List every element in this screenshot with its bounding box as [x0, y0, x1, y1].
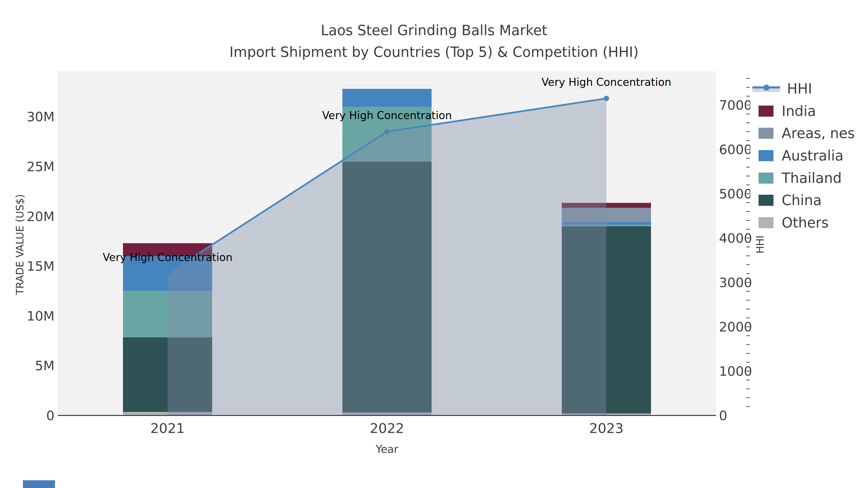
- right-axis-minor-tick: [746, 96, 750, 97]
- right-axis-minor-tick: [746, 105, 750, 105]
- legend-label: Areas, nes: [782, 125, 855, 141]
- legend-swatch-icon: [758, 172, 774, 184]
- right-axis-minor-tick: [746, 220, 750, 221]
- x-tick-2023: 2023: [589, 420, 624, 436]
- right-axis-minor-tick: [746, 113, 750, 114]
- legend-swatch-icon: [758, 105, 774, 117]
- right-axis-minor-tick: [746, 87, 750, 88]
- legend-label: Thailand: [782, 170, 842, 186]
- right-axis-minor-tick: [746, 176, 750, 176]
- y-left-tick-25M: 25M: [27, 159, 55, 174]
- right-axis-minor-tick: [746, 291, 750, 292]
- hhi-point-2022: [384, 129, 390, 134]
- right-axis-minor-tick: [746, 406, 750, 407]
- legend-item-hhi: HHI: [750, 78, 868, 99]
- right-axis-minor-tick: [746, 255, 750, 256]
- right-axis-minor-tick: [746, 362, 750, 363]
- legend-swatch-icon: [758, 217, 774, 228]
- right-axis-minor-tick: [746, 247, 750, 247]
- right-axis-minor-tick: [746, 131, 750, 132]
- right-axis-minor-tick: [746, 300, 750, 300]
- chart-canvas: Very High ConcentrationVery High Concent…: [0, 0, 868, 488]
- right-axis-minor-tick: [746, 380, 750, 380]
- legend-label: HHI: [787, 80, 812, 97]
- right-axis-minor-tick: [746, 167, 750, 167]
- right-axis-minor-tick: [746, 123, 750, 123]
- legend-label: Australia: [782, 148, 844, 164]
- legend-label: China: [782, 192, 822, 208]
- legend-label: India: [782, 103, 816, 119]
- legend-item-areas-nes: Areas, nes: [750, 123, 868, 144]
- right-axis-minor-tick: [746, 353, 750, 354]
- right-axis-minor-tick: [746, 327, 750, 327]
- right-axis-minor-tick: [746, 397, 750, 398]
- legend-item-china: China: [750, 190, 868, 211]
- right-axis-minor-tick: [746, 371, 750, 371]
- chart-figure: Laos Steel Grinding Balls Market Import …: [0, 0, 868, 488]
- y-axis-title-left: TRADE VALUE (US$): [14, 148, 26, 341]
- y-left-tick-20M: 20M: [27, 209, 55, 224]
- x-tick-2021: 2021: [151, 420, 185, 436]
- legend: HHIIndiaAreas, nesAustraliaThailandChina…: [750, 77, 868, 235]
- hhi-point-2021: [165, 271, 170, 276]
- window-edge-accent: [23, 480, 55, 488]
- bar-segment-australia-2022: [342, 89, 432, 107]
- right-axis-minor-tick: [746, 282, 750, 283]
- right-axis-minor-tick: [746, 388, 750, 389]
- y-left-tick-5M: 5M: [35, 358, 55, 373]
- legend-item-thailand: Thailand: [750, 167, 868, 189]
- right-axis-minor-tick: [746, 149, 750, 150]
- right-axis-minor-tick: [746, 140, 750, 141]
- right-axis-minor-tick: [746, 211, 750, 212]
- y-left-tick-10M: 10M: [27, 308, 55, 324]
- right-axis-minor-tick: [746, 185, 750, 185]
- legend-swatch-icon: [758, 150, 774, 161]
- right-axis-minor-tick: [746, 264, 750, 265]
- right-axis-minor-tick: [746, 158, 750, 159]
- right-axis-minor-tick: [746, 229, 750, 230]
- right-axis-minor-tick: [746, 309, 750, 310]
- right-axis-minor-tick: [746, 78, 750, 79]
- right-axis-minor-tick: [746, 273, 750, 274]
- legend-item-others: Others: [750, 212, 868, 233]
- annotation-2023: Very High Concentration: [541, 76, 671, 88]
- right-axis-minor-tick: [746, 318, 750, 318]
- legend-label: Others: [782, 215, 829, 231]
- legend-item-india: India: [750, 100, 868, 122]
- right-axis-minor-tick: [746, 202, 750, 203]
- annotation-2021: Very High Concentration: [103, 251, 232, 263]
- hhi-line-sample-icon: [752, 83, 780, 94]
- right-axis-minor-tick: [746, 344, 750, 345]
- x-axis-title: Year: [50, 443, 724, 455]
- right-axis-minor-tick: [746, 194, 750, 194]
- legend-swatch-icon: [758, 128, 774, 139]
- x-tick-2022: 2022: [370, 420, 404, 436]
- y-left-tick-30M: 30M: [27, 109, 55, 124]
- y-left-tick-0: 0: [46, 408, 55, 423]
- annotation-2022: Very High Concentration: [322, 109, 452, 122]
- right-axis-minor-tick: [746, 238, 750, 238]
- legend-swatch-icon: [758, 195, 774, 206]
- y-left-tick-15M: 15M: [27, 259, 55, 274]
- legend-item-australia: Australia: [750, 145, 868, 166]
- right-axis-minor-tick: [746, 335, 750, 336]
- hhi-point-2023: [604, 96, 609, 101]
- y-right-tick-0: 0: [719, 408, 727, 423]
